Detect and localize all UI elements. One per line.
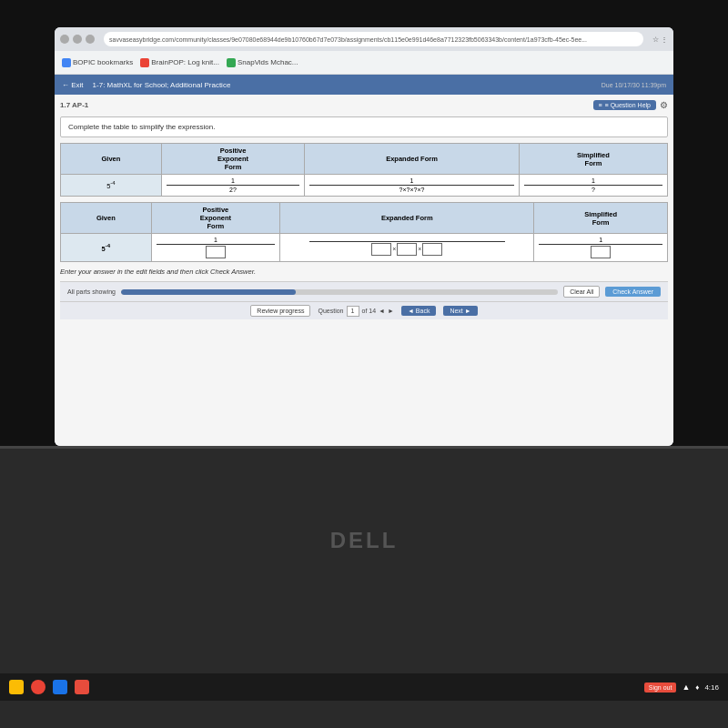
review-progress-button[interactable]: Review progress — [250, 305, 310, 317]
bookmark-icon-2 — [140, 58, 149, 67]
battery-icon: ♦ — [695, 683, 699, 692]
ref-given-value: 5-4 — [61, 175, 162, 197]
taskbar-icon-chrome[interactable] — [31, 680, 46, 694]
expanded-input-1[interactable] — [371, 243, 391, 256]
progress-bar-fill — [121, 289, 296, 295]
sign-out-button[interactable]: Sign out — [644, 682, 677, 693]
multiply-symbol-1: × — [392, 246, 396, 252]
ref-header-simplified: SimplifiedForm — [519, 144, 667, 175]
simplified-numerator: 1 — [599, 237, 602, 243]
all-parts-label: All parts showing — [67, 288, 116, 295]
input-positive-cell: 1 — [151, 234, 279, 262]
input-expanded-cell: × × — [280, 234, 534, 262]
input-table: Given PositiveExponentForm Expanded Form… — [60, 202, 668, 262]
taskbar-icon-1[interactable] — [9, 680, 24, 694]
laptop-screen: savvaseasybridge.com/community/classes/9… — [55, 27, 673, 446]
clear-all-button[interactable]: Clear All — [563, 286, 600, 298]
question-help-bar: ≡ ≡ Question Help ⚙ — [593, 100, 668, 110]
input-given-value: 5-4 — [61, 234, 152, 262]
progress-bar-container — [121, 289, 558, 295]
taskbar-icon-4[interactable] — [75, 680, 89, 694]
of-label: of 14 — [362, 308, 377, 314]
input-header-given: Given — [61, 203, 152, 234]
bookmark-2[interactable]: BrainPOP: Log knit... — [140, 58, 219, 67]
address-bar[interactable]: savvaseasybridge.com/community/classes/9… — [104, 32, 643, 46]
simplified-denominator-input[interactable] — [591, 246, 611, 258]
dell-logo: DELL — [330, 528, 399, 553]
navigation-bar: Review progress Question 1 of 14 ◄ ► ◄ B… — [60, 301, 668, 319]
input-header-positive: PositiveExponentForm — [151, 203, 279, 234]
instruction-box: Complete the table to simplify the expre… — [60, 116, 668, 137]
due-date: Due 10/17/30 11:39pm — [602, 82, 666, 88]
address-text: savvaseasybridge.com/community/classes/9… — [109, 36, 587, 43]
ref-expanded-value: 1 ?×?×?×? — [305, 175, 520, 197]
page-content: ← Exit 1-7: MathXL for School; Additiona… — [55, 75, 673, 446]
input-header-simplified: SimplifiedForm — [534, 203, 668, 234]
back-button[interactable]: ◄ Back — [401, 306, 436, 316]
bottom-controls: All parts showing Clear All Check Answer — [60, 281, 668, 301]
ref-positive-value: 1 2? — [161, 175, 304, 197]
taskbar: Sign out ▲ ♦ 4:16 — [0, 673, 728, 701]
browser-forward-btn[interactable] — [73, 35, 82, 44]
nav-title: 1-7: MathXL for School; Additional Pract… — [93, 81, 592, 89]
reference-table: Given PositiveExponentForm Expanded Form… — [60, 143, 668, 197]
expanded-inputs-group: × × — [371, 243, 442, 256]
question-help-icon: ≡ — [599, 102, 602, 108]
browser-chrome: savvaseasybridge.com/community/classes/9… — [55, 27, 673, 75]
question-number: 1 — [351, 308, 355, 314]
ref-header-given: Given — [61, 144, 162, 175]
check-answer-button[interactable]: Check Answer — [605, 287, 661, 297]
browser-back-btn[interactable] — [60, 35, 69, 44]
prev-page-icon: ◄ — [379, 308, 385, 314]
browser-top-bar: savvaseasybridge.com/community/classes/9… — [55, 27, 673, 51]
input-simplified-cell: 1 — [534, 234, 668, 262]
bookmarks-bar: BOPIC bookmarks BrainPOP: Log knit... Sn… — [55, 51, 673, 75]
input-header-expanded: Expanded Form — [280, 203, 534, 234]
question-number-box: 1 — [347, 306, 359, 317]
expanded-input-3[interactable] — [422, 243, 442, 256]
question-label: Question — [318, 308, 343, 314]
next-button[interactable]: Next ► — [443, 306, 477, 316]
main-area: 1.7 AP-1 ≡ ≡ Question Help ⚙ Complete th… — [55, 95, 673, 446]
positive-denominator-input[interactable] — [206, 246, 226, 258]
question-help-button[interactable]: ≡ ≡ Question Help — [593, 100, 656, 110]
exit-button[interactable]: ← Exit — [62, 81, 84, 89]
section-label: 1.7 AP-1 — [60, 101, 88, 109]
hint-text: Enter your answer in the edit fields and… — [60, 268, 668, 276]
positive-numerator: 1 — [214, 237, 217, 243]
next-page-icon: ► — [388, 308, 394, 314]
bookmark-1[interactable]: BOPIC bookmarks — [62, 58, 133, 67]
question-indicator: Question 1 of 14 ◄ ► — [318, 306, 393, 317]
wifi-icon: ▲ — [682, 682, 690, 692]
taskbar-icon-3[interactable] — [53, 680, 67, 694]
gear-icon[interactable]: ⚙ — [660, 100, 668, 110]
ref-header-positive: PositiveExponentForm — [161, 144, 304, 175]
ref-simplified-value: 1 ? — [519, 175, 667, 197]
nav-bar: ← Exit 1-7: MathXL for School; Additiona… — [55, 75, 673, 95]
bookmark-3[interactable]: SnapVids Mchac... — [227, 58, 298, 67]
browser-refresh-btn[interactable] — [86, 35, 95, 44]
expanded-input-2[interactable] — [397, 243, 417, 256]
taskbar-right: Sign out ▲ ♦ 4:16 — [644, 682, 719, 693]
bookmark-icon-3 — [227, 58, 236, 67]
multiply-symbol-2: × — [418, 246, 421, 252]
time-display: 4:16 — [704, 683, 719, 692]
ref-header-expanded: Expanded Form — [305, 144, 520, 175]
browser-menu[interactable]: ☆ ⋮ — [652, 35, 668, 44]
bookmark-icon-1 — [62, 58, 71, 67]
